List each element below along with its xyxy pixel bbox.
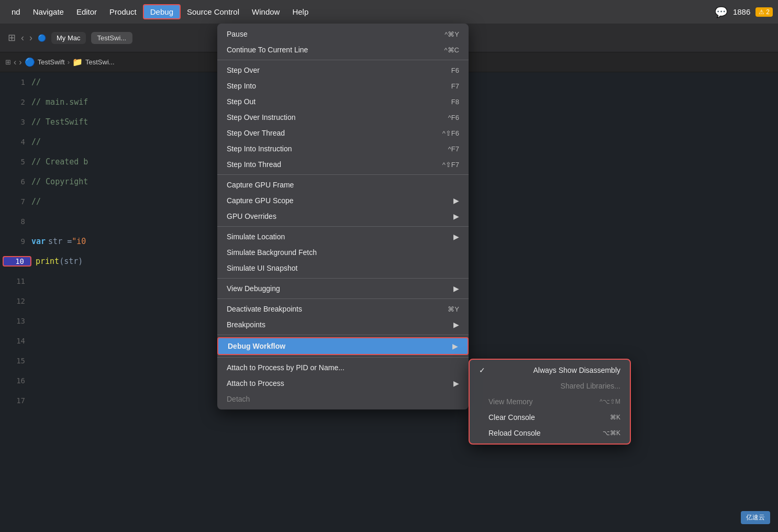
breadcrumb-sep-1: ›	[68, 58, 70, 66]
menu-attach-process[interactable]: Attach to Process ▶	[217, 375, 469, 391]
menu-step-into-thread-label: Step Into Thread	[227, 160, 281, 169]
breadcrumb-item-2[interactable]: TestSwi...	[85, 58, 115, 66]
code-content-6: // Copyright	[31, 177, 88, 186]
code-content-4: //	[31, 137, 41, 147]
breadcrumb-back-icon[interactable]: ‹	[14, 58, 16, 67]
menu-simulate-location-arrow: ▶	[453, 232, 459, 241]
warning-icon: ⚠	[759, 8, 764, 16]
menu-step-into[interactable]: Step Into F7	[217, 78, 469, 94]
menu-debug-workflow[interactable]: Debug Workflow ▶	[217, 337, 469, 355]
menu-item-source-control[interactable]: Source Control	[181, 5, 246, 18]
menu-attach-pid[interactable]: Attach to Process by PID or Name...	[217, 360, 469, 375]
menu-capture-gpu-scope-arrow: ▶	[453, 196, 459, 205]
menu-gpu-overrides-label: GPU Overrides	[227, 212, 276, 220]
menu-item-window[interactable]: Window	[246, 5, 286, 18]
menu-simulate-location-label: Simulate Location	[227, 232, 285, 241]
code-content-1: //	[31, 77, 41, 87]
submenu-always-show-disassembly-label: Always Show Disassembly	[534, 366, 621, 374]
code-content-3: // TestSwift	[31, 117, 88, 127]
breadcrumb-forward-icon[interactable]: ›	[19, 58, 21, 67]
line-num-12: 12	[3, 297, 31, 305]
wechat-icon: 💬	[715, 6, 728, 18]
menu-simulate-location[interactable]: Simulate Location ▶	[217, 229, 469, 245]
sep-2	[217, 174, 469, 175]
menu-item-navigate[interactable]: Navigate	[27, 5, 70, 18]
menu-breakpoints[interactable]: Breakpoints ▶	[217, 317, 469, 332]
forward-icon[interactable]: ›	[29, 32, 32, 43]
grid-icon: ⊞	[8, 32, 16, 43]
submenu-shared-libraries-label: Shared Libraries...	[561, 382, 620, 390]
menu-debug-workflow-label: Debug Workflow	[228, 342, 285, 350]
menu-step-over-instruction[interactable]: Step Over Instruction ^F6	[217, 109, 469, 125]
line-num-7: 7	[3, 197, 31, 206]
menu-simulate-background-label: Simulate Background Fetch	[227, 248, 317, 257]
code-paren-close: )	[78, 257, 83, 266]
breadcrumb-item-1[interactable]: TestSwift	[38, 58, 65, 66]
submenu-clear-console[interactable]: Clear Console ⌘K	[470, 409, 630, 425]
code-paren-open: (	[59, 257, 64, 266]
menu-detach-label: Detach	[227, 395, 250, 403]
sep-6	[217, 335, 469, 335]
menu-step-into-label: Step Into	[227, 82, 256, 90]
menu-deactivate-breakpoints[interactable]: Deactivate Breakpoints ⌘Y	[217, 301, 469, 317]
menu-step-into-instruction-label: Step Into Instruction	[227, 145, 292, 153]
menu-view-debugging-label: View Debugging	[227, 284, 280, 293]
line-num-14: 14	[3, 337, 31, 345]
menu-step-out[interactable]: Step Out F8	[217, 94, 469, 109]
menu-step-into-instruction[interactable]: Step Into Instruction ^F7	[217, 141, 469, 157]
menu-step-over[interactable]: Step Over F6	[217, 62, 469, 78]
debug-workflow-submenu: ✓ Always Show Disassembly Shared Librari…	[469, 359, 631, 445]
submenu-reload-console-shortcut: ⌥⌘K	[603, 429, 620, 437]
sep-7	[217, 357, 469, 358]
menu-item-nd[interactable]: nd	[5, 5, 27, 18]
submenu-always-show-disassembly[interactable]: ✓ Always Show Disassembly	[470, 362, 630, 378]
menu-capture-gpu-scope-label: Capture GPU Scope	[227, 196, 294, 205]
menu-simulate-background[interactable]: Simulate Background Fetch	[217, 245, 469, 260]
menu-step-into-instruction-shortcut: ^F7	[448, 145, 459, 153]
submenu-shared-libraries: Shared Libraries...	[470, 378, 630, 394]
submenu-reload-console[interactable]: Reload Console ⌥⌘K	[470, 425, 630, 441]
menu-item-debug[interactable]: Debug	[143, 4, 181, 19]
menu-pause[interactable]: Pause ^⌘Y	[217, 26, 469, 42]
debug-dropdown-menu: Pause ^⌘Y Continue To Current Line ^⌘C S…	[217, 24, 469, 409]
menu-item-editor[interactable]: Editor	[70, 5, 103, 18]
code-content-5: // Created b	[31, 157, 88, 167]
menu-step-into-thread[interactable]: Step Into Thread ^⇧F7	[217, 157, 469, 172]
menu-attach-process-label: Attach to Process	[227, 379, 284, 387]
sep-4	[217, 278, 469, 279]
code-content-2: // main.swif	[31, 97, 88, 107]
line-num-8: 8	[3, 217, 31, 226]
submenu-view-memory-shortcut: ^⌥⇧M	[599, 398, 620, 405]
menu-pause-shortcut: ^⌘Y	[444, 30, 459, 38]
line-num-6: 6	[3, 178, 31, 186]
code-content-7: //	[31, 197, 41, 206]
line-num-11: 11	[3, 277, 31, 285]
line-num-17: 17	[3, 396, 31, 405]
menu-item-help[interactable]: Help	[286, 5, 315, 18]
line-num-3: 3	[3, 118, 31, 126]
menu-continue-label: Continue To Current Line	[227, 46, 308, 54]
menu-deactivate-breakpoints-label: Deactivate Breakpoints	[227, 305, 302, 313]
menu-attach-process-arrow: ▶	[453, 379, 459, 387]
menu-capture-gpu-frame[interactable]: Capture GPU Frame	[217, 177, 469, 193]
menu-step-over-thread[interactable]: Step Over Thread ^⇧F6	[217, 125, 469, 141]
toolbar-tab[interactable]: TestSwi...	[91, 32, 133, 44]
line-num-16: 16	[3, 376, 31, 385]
submenu-reload-console-label: Reload Console	[488, 429, 541, 437]
submenu-view-memory-label: View Memory	[488, 397, 533, 406]
menu-continue[interactable]: Continue To Current Line ^⌘C	[217, 42, 469, 58]
code-string-val: "i0	[72, 237, 86, 246]
menu-view-debugging[interactable]: View Debugging ▶	[217, 281, 469, 296]
menu-simulate-ui[interactable]: Simulate UI Snapshot	[217, 260, 469, 276]
menu-item-product[interactable]: Product	[103, 5, 143, 18]
menu-step-out-label: Step Out	[227, 97, 255, 106]
menu-gpu-overrides[interactable]: GPU Overrides ▶	[217, 208, 469, 224]
menu-capture-gpu-scope[interactable]: Capture GPU Scope ▶	[217, 193, 469, 208]
breadcrumb-grid-icon: ⊞	[5, 58, 11, 66]
menu-pause-label: Pause	[227, 30, 248, 38]
line-num-1: 1	[3, 78, 31, 86]
menu-debug-workflow-arrow: ▶	[452, 342, 458, 350]
back-icon[interactable]: ‹	[21, 32, 24, 43]
menu-step-over-thread-label: Step Over Thread	[227, 129, 285, 137]
menu-view-debugging-arrow: ▶	[453, 284, 459, 293]
